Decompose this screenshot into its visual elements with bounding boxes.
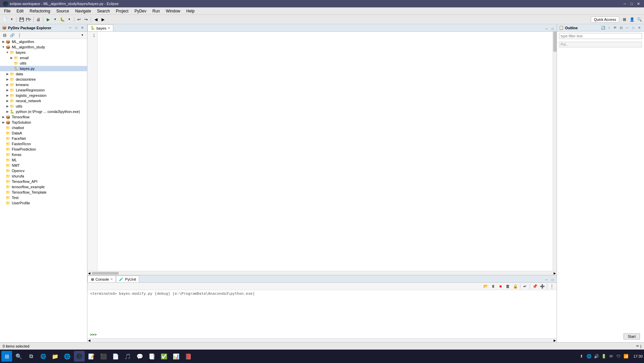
menu-navigate[interactable]: Navigate	[72, 8, 93, 14]
hscroll-right[interactable]: ▶	[553, 272, 557, 275]
systray-up-arrow[interactable]: ⬆	[578, 353, 585, 360]
taskbar-music-button[interactable]: 🎵	[122, 351, 133, 362]
toolbar-run-dropdown[interactable]: ▼	[52, 16, 58, 23]
menu-pydev[interactable]: PyDev	[132, 8, 149, 14]
toolbar-search-toolbar-button[interactable]: 🔍	[636, 16, 643, 23]
systray-wifi[interactable]: 📶	[622, 353, 629, 360]
tree-item[interactable]: ▼📁bayes	[0, 50, 87, 55]
collapse-all-button[interactable]: ⊟	[1, 32, 8, 39]
outline-sort-button[interactable]: ↕	[606, 25, 612, 31]
taskbar-vscode-button[interactable]: 📝	[86, 351, 97, 362]
tree-item[interactable]: 📁NMT	[0, 163, 87, 168]
tree-item[interactable]: ▶📁logistic_regression	[0, 93, 87, 98]
console-word-wrap[interactable]: ↵	[522, 283, 528, 290]
tree-item[interactable]: ▶📁data	[0, 71, 87, 77]
clock[interactable]: 17:30	[633, 354, 643, 358]
menu-run[interactable]: Run	[150, 8, 163, 14]
hscroll-left[interactable]: ◀	[87, 272, 91, 275]
menu-source[interactable]: Source	[53, 8, 72, 14]
tree-item[interactable]: 📁FlowPrediction	[0, 147, 87, 152]
editor-minimize-button[interactable]: ─	[544, 26, 549, 31]
taskbar-start-button[interactable]: ⊞	[1, 351, 12, 362]
tree-item[interactable]: 📁shurufa	[0, 173, 87, 179]
outline-sync-button[interactable]: 🔄	[600, 25, 606, 31]
editor-hscroll[interactable]: ◀ ▶	[87, 271, 557, 275]
console-maximize[interactable]: □	[550, 277, 555, 282]
tree-item[interactable]: 🐍bayes.py	[0, 66, 87, 71]
taskbar-explorer-button[interactable]: 📁	[50, 351, 61, 362]
console-open-file[interactable]: 📂	[482, 283, 489, 290]
outline-hide-button[interactable]: 👁	[612, 25, 618, 31]
console-hscroll-left[interactable]: ◀	[87, 339, 91, 342]
tree-item[interactable]: 📁DataA	[0, 130, 87, 136]
outline-filter-input[interactable]	[559, 33, 642, 39]
outline-minimize-button[interactable]: ─	[625, 25, 630, 31]
editor-maximize-button[interactable]: □	[550, 26, 555, 31]
console-new[interactable]: ➕	[539, 283, 546, 290]
toolbar-saveall-button[interactable]: 💾+	[25, 16, 32, 23]
menu-project[interactable]: Project	[113, 8, 131, 14]
console-stop[interactable]: ■	[497, 283, 504, 290]
tree-item[interactable]: 📁Opencv	[0, 168, 87, 173]
explorer-view-menu[interactable]: ▼	[79, 32, 86, 39]
toolbar-debug-dropdown[interactable]: ▼	[66, 16, 73, 23]
editor-tab-close-button[interactable]: ✕	[108, 26, 110, 30]
tree-item[interactable]: 📁FaceNet	[0, 136, 87, 141]
editor-scrollbar-thumb[interactable]	[553, 32, 557, 52]
maximize-panel-button[interactable]: □	[74, 25, 79, 31]
close-button[interactable]: ✕	[635, 1, 641, 7]
console-scroll-lock[interactable]: 🔒	[512, 283, 519, 290]
toolbar-forward-button[interactable]: ▶	[99, 16, 106, 23]
toolbar-new-dropdown[interactable]: ▼	[8, 16, 15, 23]
menu-edit[interactable]: Edit	[14, 8, 26, 14]
toolbar-save-button[interactable]: 💾	[18, 16, 25, 23]
tree-item[interactable]: 📁Test	[0, 195, 87, 200]
console-pin[interactable]: 📌	[531, 283, 538, 290]
taskbar-search-button[interactable]: 🔍	[13, 351, 24, 362]
tree-item[interactable]: 📁Tensorflow_Template	[0, 190, 87, 195]
tree-item[interactable]: 📁ML	[0, 157, 87, 163]
maximize-button[interactable]: □	[629, 1, 635, 7]
tree-item[interactable]: ▶📁neural_network	[0, 98, 87, 104]
menu-window[interactable]: Window	[163, 8, 183, 14]
tree-item[interactable]: 📁Tensorflow_API	[0, 179, 87, 184]
systray-network[interactable]: 🌐	[586, 353, 592, 360]
toolbar-print-button[interactable]: 🖨	[35, 16, 42, 23]
taskbar-cmd-button[interactable]: ⬛	[98, 351, 109, 362]
explorer-menu-button[interactable]: ⋮	[16, 32, 23, 39]
tree-item[interactable]: 📁chatbot	[0, 125, 87, 130]
tree-item[interactable]: ▶📁decisiontree	[0, 77, 87, 82]
console-pause[interactable]: ⏸	[490, 283, 496, 290]
outline-maximize-button[interactable]: □	[631, 25, 636, 31]
tree-item[interactable]: 📁Keras	[0, 152, 87, 157]
console-minimize[interactable]: ─	[544, 277, 549, 282]
console-clear[interactable]: 🗑	[505, 283, 511, 290]
toolbar-new-button[interactable]: 📄	[1, 16, 8, 23]
outline-close-button[interactable]: ✕	[637, 25, 642, 31]
console-hscroll-track[interactable]	[92, 339, 552, 342]
tree-item[interactable]: ▶📁email	[0, 55, 87, 61]
taskbar-extra2-button[interactable]: 📕	[183, 351, 194, 362]
tree-item[interactable]: ▶📁LinearRegression	[0, 87, 87, 93]
taskbar-notepad-button[interactable]: 📄	[110, 351, 121, 362]
taskbar-chrome-button[interactable]: 🌐	[62, 351, 73, 362]
tree-item[interactable]: 📁tensorflow_example	[0, 184, 87, 190]
tree-item[interactable]: ▶📁utils	[0, 104, 87, 109]
taskbar-eclipse-button[interactable]: 🌑	[74, 351, 85, 362]
quick-access-button[interactable]: Quick Access	[591, 16, 619, 23]
tree-item[interactable]: ▶📦Tensorflow	[0, 114, 87, 120]
editor-content[interactable]	[97, 32, 553, 271]
systray-volume[interactable]: 🔊	[593, 353, 600, 360]
link-editor-button[interactable]: 🔗	[9, 32, 15, 39]
menu-file[interactable]: File	[1, 8, 13, 14]
taskbar-wechat-button[interactable]: 💬	[134, 351, 145, 362]
tree-item[interactable]: ▶📁kmeans	[0, 82, 87, 87]
menu-refactoring[interactable]: Refactoring	[27, 8, 53, 14]
console-tab[interactable]: 🖥 Console ✕	[87, 276, 116, 282]
hscroll-track[interactable]	[92, 272, 552, 275]
close-panel-button[interactable]: ✕	[80, 25, 85, 31]
tree-item[interactable]: 📁UserProfile	[0, 200, 87, 206]
outline-start-button[interactable]: Start	[623, 333, 640, 339]
toolbar-run-button[interactable]: ▶	[45, 16, 51, 23]
toolbar-user-button[interactable]: 👤	[629, 16, 635, 23]
